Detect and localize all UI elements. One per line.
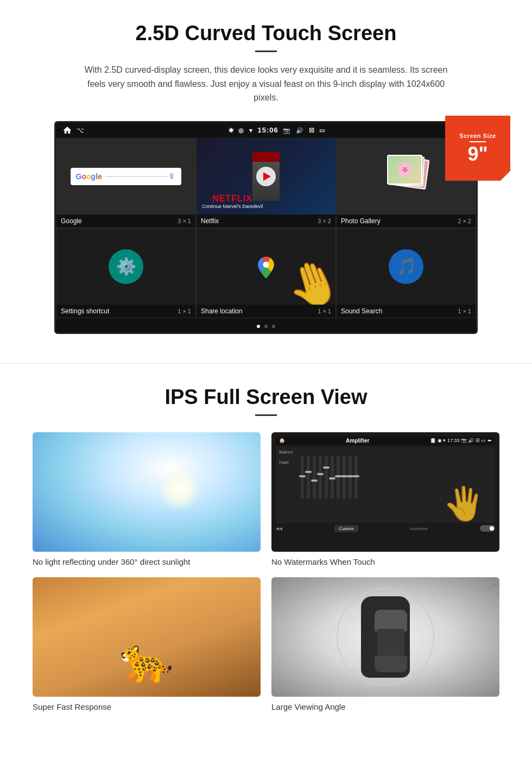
- eq-bar-100hz: [307, 456, 310, 499]
- amp-title: Amplifier: [346, 438, 369, 444]
- eq-bar-200hz: [313, 456, 316, 499]
- netflix-bg: NETFLIX Continue Marvel's Daredevil: [197, 138, 335, 215]
- app-cell-netflix[interactable]: NETFLIX Continue Marvel's Daredevil Netf…: [196, 138, 336, 228]
- gallery-app-name: Photo Gallery: [341, 217, 381, 225]
- google-app-size: 3 × 1: [178, 218, 191, 224]
- usb-icon: ⌥: [77, 127, 84, 134]
- amp-custom-button[interactable]: Custom: [334, 525, 358, 532]
- google-label-row: Google 3 × 1: [56, 215, 195, 228]
- section-ips: IPS Full Screen View No light reflecting…: [0, 363, 532, 728]
- eq-bar-10k: [337, 456, 340, 499]
- status-bar: ⌥ ✱ ◎ ▾ 15:06 📷 🔊 ☒ ▭: [56, 123, 476, 138]
- music-note-icon: 🎵: [396, 257, 416, 276]
- badge-label: Screen Size: [459, 133, 496, 139]
- play-triangle-icon: [263, 172, 271, 181]
- eq-track-7: [337, 456, 340, 499]
- status-bar-center: ✱ ◎ ▾ 15:06 📷 🔊 ☒ ▭: [84, 126, 470, 134]
- share-bg: 🤚: [197, 229, 335, 305]
- settings-label-row: Settings shortcut 1 × 1: [56, 305, 195, 318]
- eq-track-5: [325, 456, 328, 499]
- netflix-app-size: 3 × 2: [318, 218, 331, 224]
- eq-bar-500hz: [319, 456, 322, 499]
- home-icon: [62, 125, 72, 135]
- eq-track-1: [301, 456, 304, 499]
- google-search-widget[interactable]: Google 🎙: [71, 168, 182, 185]
- feature-caption-watermark: No Watermarks When Touch: [271, 557, 499, 566]
- eq-track-4: [319, 456, 322, 499]
- share-app-size: 1 × 1: [318, 308, 331, 314]
- amp-loudness-toggle[interactable]: [480, 525, 495, 532]
- wifi-icon: ▾: [249, 127, 253, 134]
- car-top-view: [356, 594, 415, 680]
- pagination-dots: [56, 318, 476, 332]
- sun-flare: [158, 468, 201, 512]
- google-search-bar: [105, 176, 169, 177]
- sound-app-name: Sound Search: [341, 307, 382, 315]
- section2-title: IPS Full Screen View: [33, 386, 499, 409]
- svg-point-0: [263, 262, 269, 268]
- app-cell-settings[interactable]: ⚙️ Settings shortcut 1 × 1: [56, 228, 196, 318]
- eq-handle-3[interactable]: [311, 480, 318, 482]
- eq-handle-4[interactable]: [317, 473, 324, 475]
- screen-size-badge: Screen Size 9": [445, 116, 510, 181]
- amp-home-icon: 🏠: [279, 438, 285, 443]
- netflix-label-overlay: NETFLIX Continue Marvel's Daredevil: [202, 194, 263, 209]
- settings-thumbnail: ⚙️: [56, 229, 195, 305]
- eq-track-8: [343, 456, 346, 499]
- cheetah-image: 🐆: [33, 577, 261, 697]
- dot-3: [272, 325, 275, 328]
- share-label-row: Share location 1 × 1: [197, 305, 335, 318]
- eq-track-3: [313, 456, 316, 499]
- eq-handle-5[interactable]: [323, 466, 330, 469]
- android-screen: ⌥ ✱ ◎ ▾ 15:06 📷 🔊 ☒ ▭: [54, 121, 478, 334]
- feature-item-viewing: ↗ Large Viewing Angle: [271, 577, 499, 711]
- netflix-subtitle: Continue Marvel's Daredevil: [202, 204, 263, 209]
- eq-handle-2[interactable]: [305, 471, 312, 473]
- feature-item-response: 🐆 Super Fast Response: [33, 577, 261, 711]
- app-grid: Google 🎙 Google 3 × 1: [56, 138, 476, 318]
- app-cell-google[interactable]: Google 🎙 Google 3 × 1: [56, 138, 196, 228]
- car-image: ↗: [271, 577, 499, 697]
- section-curved-touch: 2.5D Curved Touch Screen With 2.5D curve…: [0, 0, 532, 352]
- netflix-thumbnail: NETFLIX Continue Marvel's Daredevil: [197, 138, 335, 215]
- section1-description: With 2.5D curved-display screen, this de…: [76, 63, 456, 105]
- app-cell-share-location[interactable]: 🤚 Share location 1 × 1: [196, 228, 336, 318]
- feature-item-watermark: 🏠 Amplifier 📋 ◉ ▾ 17:33 📷 🔊 ☒ ▭ ⬅ Balanc…: [271, 432, 499, 566]
- play-button[interactable]: [256, 167, 276, 186]
- sound-app-size: 1 × 1: [458, 308, 471, 314]
- hand-pointing-icon: 🤚: [280, 251, 335, 305]
- sky-image: [33, 432, 261, 552]
- amp-icons: 📋 ◉ ▾ 17:33 📷 🔊 ☒ ▭ ⬅: [430, 438, 492, 443]
- eq-track-10: [354, 456, 358, 499]
- close-icon: ☒: [309, 127, 315, 134]
- gear-emoji: ⚙️: [116, 257, 136, 276]
- car-body: [361, 596, 410, 678]
- section2-divider: [255, 414, 277, 416]
- feature-image-sunlight: [33, 432, 261, 552]
- app-cell-sound-search[interactable]: 🎵 Sound Search 1 × 1: [336, 228, 476, 318]
- amp-footer: ◀◀ Custom loudness: [276, 525, 495, 532]
- eq-bar-2-5k: [331, 456, 334, 499]
- eq-bars: [299, 450, 360, 499]
- car-windshield: [375, 610, 407, 632]
- car-roof: [377, 629, 404, 656]
- status-time: 15:06: [258, 126, 278, 134]
- dot-2: [264, 325, 268, 328]
- eq-bar-15k: [349, 456, 352, 499]
- feature-image-amplifier: 🏠 Amplifier 📋 ◉ ▾ 17:33 📷 🔊 ☒ ▭ ⬅ Balanc…: [271, 432, 499, 552]
- sound-bg: 🎵: [337, 229, 476, 305]
- amp-header: 🏠 Amplifier 📋 ◉ ▾ 17:33 📷 🔊 ☒ ▭ ⬅: [276, 437, 495, 445]
- sound-search-icon-circle: 🎵: [389, 249, 423, 284]
- feature-image-cheetah: 🐆: [33, 577, 261, 697]
- feature-caption-sunlight: No light reflecting under 360° direct su…: [33, 557, 261, 566]
- google-maps-icon: [254, 255, 278, 279]
- google-widget-area: Google 🎙: [56, 138, 195, 215]
- netflix-brand: NETFLIX: [202, 194, 263, 204]
- netflix-app-name: Netflix: [201, 217, 219, 225]
- google-mic-icon[interactable]: 🎙: [168, 172, 176, 181]
- eq-handle-10[interactable]: [353, 475, 359, 477]
- cheetah-emoji: 🐆: [119, 635, 174, 686]
- section1-title: 2.5D Curved Touch Screen: [33, 22, 499, 45]
- eq-handle-6[interactable]: [329, 477, 335, 480]
- eq-handle-1[interactable]: [299, 475, 306, 477]
